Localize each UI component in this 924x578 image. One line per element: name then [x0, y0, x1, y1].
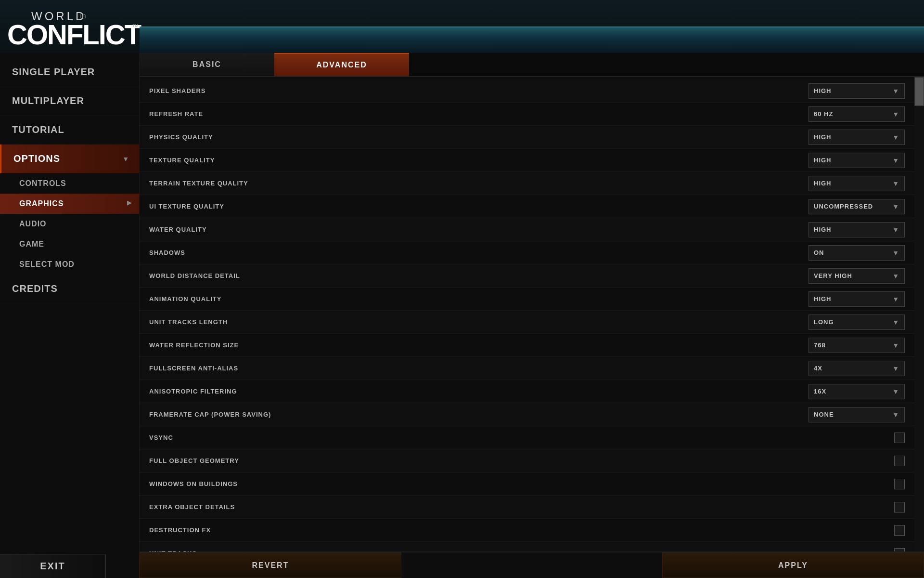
dropdown-water-quality[interactable]: HIGH▼: [808, 222, 905, 237]
setting-control-ui-texture-quality[interactable]: UNCOMPRESSED▼: [808, 199, 905, 214]
setting-row-unit-tracks: UNIT TRACKS: [140, 542, 914, 552]
setting-label-terrain-texture-quality: TERRAIN TEXTURE QUALITY: [149, 180, 808, 187]
checkbox-windows-on-buildings[interactable]: [894, 479, 905, 489]
setting-control-framerate-cap[interactable]: NONE▼: [808, 407, 905, 422]
sidebar-item-options[interactable]: OPTIONS ▼: [0, 144, 139, 173]
dropdown-ui-texture-quality[interactable]: UNCOMPRESSED▼: [808, 199, 905, 214]
sidebar-item-multiplayer[interactable]: MULTIPLAYER: [0, 87, 139, 116]
setting-control-physics-quality[interactable]: HIGH▼: [808, 130, 905, 145]
setting-label-destruction-fx: DESTRUCTION FX: [149, 526, 894, 534]
setting-label-texture-quality: TEXTURE QUALITY: [149, 157, 808, 164]
setting-control-terrain-texture-quality[interactable]: HIGH▼: [808, 176, 905, 191]
setting-row-full-object-geometry: FULL OBJECT GEOMETRY: [140, 449, 914, 473]
apply-button[interactable]: APPLY: [662, 552, 924, 578]
setting-control-fullscreen-anti-alias[interactable]: 4X▼: [808, 361, 905, 376]
setting-row-fullscreen-anti-alias: FULLSCREEN ANTI-ALIAS4X▼: [140, 357, 914, 380]
setting-control-refresh-rate[interactable]: 60 HZ▼: [808, 106, 905, 122]
dropdown-physics-quality[interactable]: HIGH▼: [808, 130, 905, 145]
setting-control-anisotropic-filtering[interactable]: 16X▼: [808, 384, 905, 399]
setting-row-vsync: VSYNC: [140, 426, 914, 449]
setting-label-vsync: VSYNC: [149, 434, 894, 441]
sidebar-sub-graphics[interactable]: GRAPHICS: [0, 194, 139, 214]
game-logo: WORLD in CONFLICT ™: [5, 5, 144, 48]
setting-control-full-object-geometry[interactable]: [894, 456, 905, 466]
dropdown-arrow-animation-quality: ▼: [892, 295, 899, 303]
dropdown-world-distance-detail[interactable]: VERY HIGH▼: [808, 268, 905, 284]
scrollbar-track[interactable]: [914, 77, 924, 552]
setting-control-water-quality[interactable]: HIGH▼: [808, 222, 905, 237]
sidebar-item-credits[interactable]: CREDITS: [0, 275, 139, 303]
setting-label-framerate-cap: FRAMERATE CAP (POWER SAVING): [149, 411, 808, 418]
dropdown-arrow-physics-quality: ▼: [892, 133, 899, 141]
checkbox-destruction-fx[interactable]: [894, 525, 905, 536]
content-panel: BASIC ADVANCED PIXEL SHADERSHIGH▼REFRESH…: [140, 53, 924, 578]
sidebar-item-tutorial[interactable]: TUTORIAL: [0, 116, 139, 144]
setting-label-refresh-rate: REFRESH RATE: [149, 110, 808, 118]
checkbox-unit-tracks[interactable]: [894, 548, 905, 552]
scrollbar-thumb[interactable]: [914, 77, 924, 106]
dropdown-shadows[interactable]: ON▼: [808, 245, 905, 261]
header: WORLD in CONFLICT ™: [0, 0, 924, 53]
setting-control-water-reflection-size[interactable]: 768▼: [808, 338, 905, 353]
sidebar: SINGLE PLAYER MULTIPLAYER TUTORIAL OPTIO…: [0, 53, 140, 578]
setting-control-world-distance-detail[interactable]: VERY HIGH▼: [808, 268, 905, 284]
dropdown-arrow-pixel-shaders: ▼: [892, 87, 899, 95]
setting-label-animation-quality: ANIMATION QUALITY: [149, 295, 808, 302]
setting-control-vsync[interactable]: [894, 433, 905, 443]
setting-control-unit-tracks[interactable]: [894, 548, 905, 552]
setting-row-shadows: SHADOWSON▼: [140, 241, 914, 264]
dropdown-texture-quality[interactable]: HIGH▼: [808, 153, 905, 168]
dropdown-arrow-unit-tracks-length: ▼: [892, 318, 899, 326]
sidebar-sub-select-mod[interactable]: SELECT MOD: [0, 254, 139, 275]
dropdown-arrow-refresh-rate: ▼: [892, 110, 899, 118]
tab-advanced[interactable]: ADVANCED: [274, 53, 409, 76]
dropdown-arrow-texture-quality: ▼: [892, 157, 899, 164]
setting-control-shadows[interactable]: ON▼: [808, 245, 905, 261]
exit-button[interactable]: EXIT: [0, 554, 106, 578]
checkbox-extra-object-details[interactable]: [894, 502, 905, 512]
setting-control-unit-tracks-length[interactable]: LONG▼: [808, 315, 905, 330]
setting-control-animation-quality[interactable]: HIGH▼: [808, 291, 905, 307]
setting-label-fullscreen-anti-alias: FULLSCREEN ANTI-ALIAS: [149, 365, 808, 372]
setting-control-extra-object-details[interactable]: [894, 502, 905, 512]
setting-row-pixel-shaders: PIXEL SHADERSHIGH▼: [140, 79, 914, 103]
setting-control-windows-on-buildings[interactable]: [894, 479, 905, 489]
sidebar-item-single-player[interactable]: SINGLE PLAYER: [0, 58, 139, 87]
dropdown-anisotropic-filtering[interactable]: 16X▼: [808, 384, 905, 399]
setting-control-texture-quality[interactable]: HIGH▼: [808, 153, 905, 168]
dropdown-framerate-cap[interactable]: NONE▼: [808, 407, 905, 422]
tabs-bar: BASIC ADVANCED: [140, 53, 924, 77]
sidebar-sub-controls[interactable]: CONTROLS: [0, 173, 139, 194]
setting-row-texture-quality: TEXTURE QUALITYHIGH▼: [140, 149, 914, 172]
dropdown-unit-tracks-length[interactable]: LONG▼: [808, 315, 905, 330]
dropdown-water-reflection-size[interactable]: 768▼: [808, 338, 905, 353]
dropdown-fullscreen-anti-alias[interactable]: 4X▼: [808, 361, 905, 376]
setting-label-unit-tracks-length: UNIT TRACKS LENGTH: [149, 318, 808, 326]
settings-area: PIXEL SHADERSHIGH▼REFRESH RATE60 HZ▼PHYS…: [140, 77, 924, 552]
dropdown-arrow-water-reflection-size: ▼: [892, 342, 899, 349]
setting-row-refresh-rate: REFRESH RATE60 HZ▼: [140, 103, 914, 126]
setting-control-pixel-shaders[interactable]: HIGH▼: [808, 83, 905, 99]
dropdown-pixel-shaders[interactable]: HIGH▼: [808, 83, 905, 99]
dropdown-refresh-rate[interactable]: 60 HZ▼: [808, 106, 905, 122]
setting-label-ui-texture-quality: UI TEXTURE QUALITY: [149, 203, 808, 210]
revert-button[interactable]: REVERT: [140, 552, 401, 578]
setting-label-physics-quality: PHYSICS QUALITY: [149, 133, 808, 141]
dropdown-animation-quality[interactable]: HIGH▼: [808, 291, 905, 307]
tab-basic[interactable]: BASIC: [140, 53, 274, 76]
dropdown-terrain-texture-quality[interactable]: HIGH▼: [808, 176, 905, 191]
checkbox-vsync[interactable]: [894, 433, 905, 443]
setting-row-windows-on-buildings: WINDOWS ON BUILDINGS: [140, 473, 914, 496]
sidebar-sub-game[interactable]: GAME: [0, 234, 139, 254]
svg-text:™: ™: [132, 23, 139, 30]
sidebar-sub-audio[interactable]: AUDIO: [0, 214, 139, 234]
setting-row-anisotropic-filtering: ANISOTROPIC FILTERING16X▼: [140, 380, 914, 403]
setting-label-pixel-shaders: PIXEL SHADERS: [149, 87, 808, 94]
checkbox-full-object-geometry[interactable]: [894, 456, 905, 466]
dropdown-arrow-framerate-cap: ▼: [892, 411, 899, 419]
setting-control-destruction-fx[interactable]: [894, 525, 905, 536]
setting-row-water-quality: WATER QUALITYHIGH▼: [140, 218, 914, 241]
settings-scroll[interactable]: PIXEL SHADERSHIGH▼REFRESH RATE60 HZ▼PHYS…: [140, 77, 914, 552]
setting-label-full-object-geometry: FULL OBJECT GEOMETRY: [149, 457, 894, 464]
setting-label-world-distance-detail: WORLD DISTANCE DETAIL: [149, 272, 808, 279]
